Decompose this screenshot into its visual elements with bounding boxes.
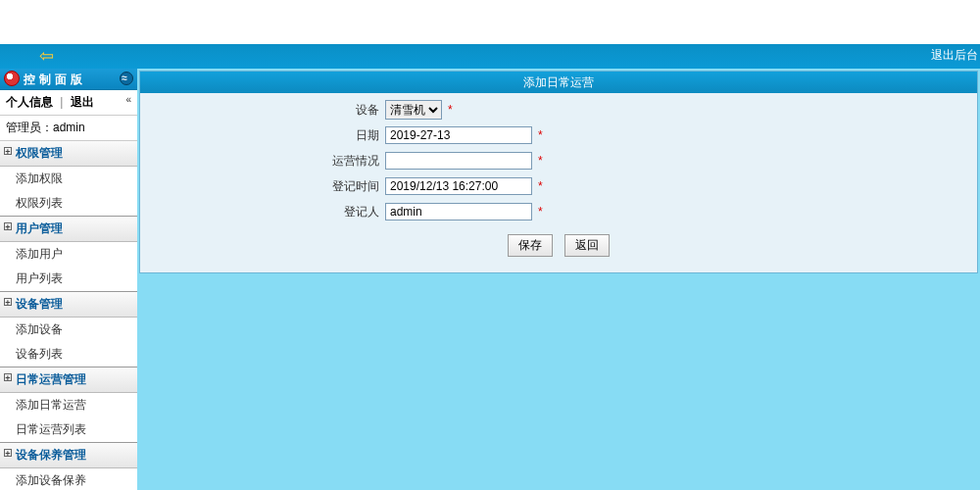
separator: | [60, 95, 63, 109]
plus-icon: + [4, 373, 12, 381]
sidebar: 控制面版 ≈ 个人信息 | 退出 « 管理员：admin +权限管理 添加权限 … [0, 69, 137, 490]
personal-info-link[interactable]: 个人信息 [6, 95, 53, 109]
admin-name: admin [53, 121, 85, 134]
topbar-white [0, 0, 980, 44]
admin-label: 管理员： [6, 121, 53, 134]
panel-toggle-icon[interactable]: ≈ [120, 72, 133, 85]
nav-title: 用户管理 [16, 221, 63, 235]
nav-item-ops-list[interactable]: 日常运营列表 [0, 417, 137, 442]
user-row: 个人信息 | 退出 « [0, 90, 137, 116]
regtime-input[interactable] [385, 177, 532, 195]
nav-group-ops: +日常运营管理 添加日常运营 日常运营列表 [0, 368, 137, 443]
required-mark: * [538, 205, 543, 219]
row-regtime: 登记时间 * [140, 173, 977, 199]
nav-head-users[interactable]: +用户管理 [0, 217, 137, 242]
globe-icon [4, 71, 20, 86]
date-input[interactable] [385, 126, 532, 144]
nav-title: 设备保养管理 [16, 448, 86, 462]
nav-title: 日常运营管理 [16, 372, 86, 386]
row-date: 日期 * [140, 122, 977, 148]
row-status: 运营情况 * [140, 148, 977, 173]
admin-row: 管理员：admin [0, 116, 137, 141]
label-device: 设备 [140, 102, 385, 119]
form-title: 添加日常运营 [140, 72, 977, 93]
logout-backend-link[interactable]: 退出后台 [931, 47, 978, 64]
required-mark: * [448, 103, 453, 117]
required-mark: * [538, 128, 543, 142]
control-panel-title: 控制面版 [24, 73, 86, 86]
control-panel-header: 控制面版 ≈ [0, 69, 137, 90]
logout-link[interactable]: 退出 [71, 95, 94, 109]
nav-title: 权限管理 [16, 146, 63, 160]
plus-icon: + [4, 449, 12, 457]
registrant-input[interactable] [385, 203, 532, 220]
label-date: 日期 [140, 127, 385, 144]
nav-head-ops[interactable]: +日常运营管理 [0, 368, 137, 393]
nav-title: 设备管理 [16, 297, 63, 311]
nav-head-permissions[interactable]: +权限管理 [0, 141, 137, 167]
back-arrow-icon[interactable]: ⇦ [39, 49, 63, 63]
nav-item-add-ops[interactable]: 添加日常运营 [0, 393, 137, 417]
label-regtime: 登记时间 [140, 178, 385, 195]
nav-group-permissions: +权限管理 添加权限 权限列表 [0, 141, 137, 217]
content: 添加日常运营 设备 清雪机 * 日期 * [137, 69, 980, 490]
label-status: 运营情况 [140, 153, 385, 170]
status-input[interactable] [385, 152, 532, 170]
collapse-left-icon[interactable]: « [125, 94, 131, 105]
required-mark: * [538, 154, 543, 168]
nav-item-permission-list[interactable]: 权限列表 [0, 191, 137, 216]
required-mark: * [538, 179, 543, 193]
plus-icon: + [4, 222, 12, 230]
plus-icon: + [4, 147, 12, 155]
nav-item-user-list[interactable]: 用户列表 [0, 267, 137, 291]
save-button[interactable]: 保存 [508, 234, 553, 257]
main-area: 控制面版 ≈ 个人信息 | 退出 « 管理员：admin +权限管理 添加权限 … [0, 69, 980, 490]
form-panel: 添加日常运营 设备 清雪机 * 日期 * [139, 71, 978, 273]
nav-head-maint[interactable]: +设备保养管理 [0, 443, 137, 468]
device-select[interactable]: 清雪机 [385, 100, 442, 120]
button-row: 保存 返回 [140, 224, 977, 263]
nav-group-users: +用户管理 添加用户 用户列表 [0, 217, 137, 292]
nav-head-devices[interactable]: +设备管理 [0, 292, 137, 318]
nav-group-maint: +设备保养管理 添加设备保养 设备保养列表 [0, 443, 137, 490]
back-button[interactable]: 返回 [564, 234, 610, 257]
nav-item-add-device[interactable]: 添加设备 [0, 318, 137, 342]
topbar-blue: ⇦ 退出后台 [0, 44, 980, 69]
nav-group-devices: +设备管理 添加设备 设备列表 [0, 292, 137, 368]
label-registrant: 登记人 [140, 204, 385, 220]
row-device: 设备 清雪机 * [140, 97, 977, 122]
form-body: 设备 清雪机 * 日期 * 运营情况 [140, 93, 977, 272]
nav-item-add-user[interactable]: 添加用户 [0, 242, 137, 267]
row-registrant: 登记人 * [140, 199, 977, 224]
nav-item-add-permission[interactable]: 添加权限 [0, 167, 137, 191]
nav-item-add-maint[interactable]: 添加设备保养 [0, 468, 137, 490]
nav-item-device-list[interactable]: 设备列表 [0, 342, 137, 367]
plus-icon: + [4, 298, 12, 306]
